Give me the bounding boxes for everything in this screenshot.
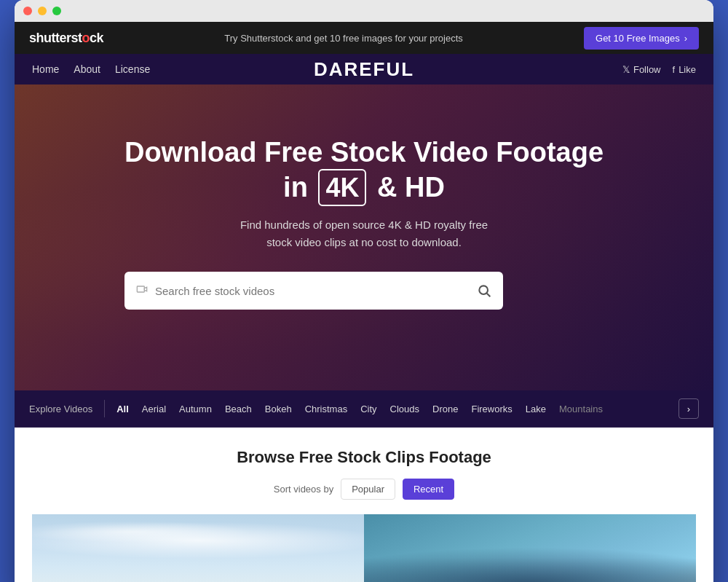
category-bar: Explore Videos All Aerial Autumn Beach B… — [15, 390, 713, 428]
nav-social: 𝕏 Follow f Like — [622, 64, 696, 75]
cat-tag-autumn[interactable]: Autumn — [179, 404, 212, 414]
sort-recent-button[interactable]: Recent — [403, 479, 454, 500]
nav-links: Home About License — [32, 63, 150, 76]
cat-tag-mountains[interactable]: Mountains — [559, 404, 603, 414]
aerial-bg — [364, 514, 696, 582]
shutterstock-logo: shutterstock — [29, 31, 103, 46]
category-inner: Explore Videos All Aerial Autumn Beach B… — [29, 390, 699, 427]
video-thumb-2[interactable] — [364, 514, 696, 582]
clouds-bg — [32, 514, 364, 582]
svg-marker-1 — [144, 288, 146, 291]
maximize-button[interactable] — [52, 7, 61, 15]
nav-about[interactable]: About — [74, 63, 100, 75]
hero-title: Download Free Stock Video Footage in 4K … — [124, 136, 604, 207]
search-video-icon — [136, 285, 148, 296]
cta-arrow-icon: › — [684, 33, 687, 44]
hero-subtitle-line2: stock video clips at no cost to download… — [266, 236, 462, 248]
hero-section: Download Free Stock Video Footage in 4K … — [15, 84, 713, 390]
twitter-follow-label: Follow — [633, 64, 661, 75]
cat-tag-drone[interactable]: Drone — [432, 404, 458, 414]
site-nav: Home About License DAREFUL 𝕏 Follow f Li… — [15, 54, 713, 84]
sort-label: Sort videos by — [274, 484, 333, 495]
hero-subtitle-line1: Find hundreds of open source 4K & HD roy… — [240, 219, 488, 231]
svg-point-2 — [479, 286, 488, 295]
category-divider — [104, 400, 105, 417]
close-button[interactable] — [23, 7, 32, 15]
site-logo[interactable]: DAREFUL — [314, 58, 414, 81]
search-submit-button[interactable] — [477, 283, 491, 298]
hero-subtitle: Find hundreds of open source 4K & HD roy… — [124, 216, 604, 251]
browse-section: Browse Free Stock Clips Footage Sort vid… — [15, 428, 713, 582]
hero-title-in: in — [283, 172, 315, 202]
title-bar — [15, 0, 713, 22]
nav-license[interactable]: License — [115, 63, 150, 75]
shutterstock-banner: shutterstock Try Shutterstock and get 10… — [15, 22, 713, 54]
twitter-follow-link[interactable]: 𝕏 Follow — [622, 64, 661, 75]
hero-title-hd: & HD — [369, 172, 444, 202]
sort-popular-button[interactable]: Popular — [341, 479, 395, 500]
facebook-icon: f — [673, 64, 676, 75]
cat-tag-beach[interactable]: Beach — [225, 404, 252, 414]
cat-tag-city[interactable]: City — [360, 404, 376, 414]
facebook-like-link[interactable]: f Like — [673, 64, 696, 75]
cat-tag-bokeh[interactable]: Bokeh — [265, 404, 292, 414]
shutterstock-promo-text: Try Shutterstock and get 10 free images … — [224, 33, 463, 44]
site-wrapper: Home About License DAREFUL 𝕏 Follow f Li… — [15, 54, 713, 582]
facebook-like-label: Like — [678, 64, 696, 75]
browse-title: Browse Free Stock Clips Footage — [32, 448, 696, 467]
category-next-button[interactable]: › — [678, 398, 699, 419]
explore-label: Explore Videos — [29, 404, 92, 414]
cat-tag-fireworks[interactable]: Fireworks — [471, 404, 512, 414]
minimize-button[interactable] — [38, 7, 47, 15]
search-input[interactable] — [155, 285, 470, 297]
cat-tag-clouds[interactable]: Clouds — [390, 404, 419, 414]
hero-content: Download Free Stock Video Footage in 4K … — [124, 136, 604, 310]
cat-tag-all[interactable]: All — [116, 404, 129, 414]
shutterstock-cta-button[interactable]: Get 10 Free Images › — [584, 27, 699, 50]
cat-tag-aerial[interactable]: Aerial — [142, 404, 166, 414]
shutterstock-cta-label: Get 10 Free Images — [596, 33, 680, 44]
nav-home[interactable]: Home — [32, 63, 59, 75]
category-tags: All Aerial Autumn Beach Bokeh Christmas … — [116, 404, 673, 414]
svg-rect-0 — [137, 286, 144, 292]
cat-tag-christmas[interactable]: Christmas — [305, 404, 348, 414]
cat-tag-lake[interactable]: Lake — [526, 404, 546, 414]
search-bar — [124, 272, 503, 310]
sort-bar: Sort videos by Popular Recent — [32, 479, 696, 500]
browser-window: shutterstock Try Shutterstock and get 10… — [15, 0, 713, 582]
badge-4k: 4K — [318, 169, 366, 206]
video-grid — [32, 514, 696, 582]
svg-line-3 — [487, 294, 491, 297]
hero-title-line1: Download Free Stock Video Footage — [124, 137, 604, 168]
video-thumb-1[interactable] — [32, 514, 364, 582]
twitter-icon: 𝕏 — [622, 64, 630, 75]
